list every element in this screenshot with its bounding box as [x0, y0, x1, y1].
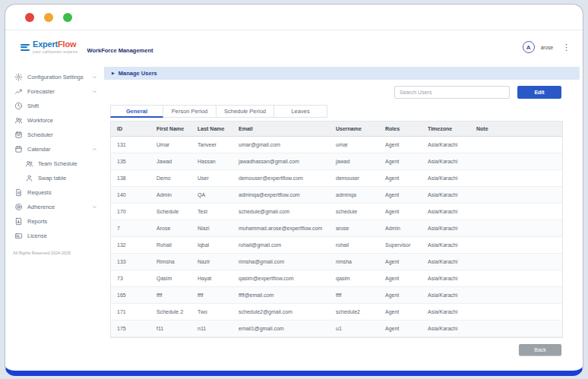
table-row[interactable]: 73QasimHayatqasim@expertflow.comqasimAge… [111, 270, 562, 287]
table-cell: Supervisor [379, 237, 422, 254]
window-titlebar [5, 5, 583, 30]
table-cell: Qasim [150, 270, 191, 287]
chevron-up-icon [91, 146, 98, 153]
chevron-down-icon [91, 88, 98, 95]
table-row[interactable]: 175f11n11email1@gmail.comu1AgentAsia/Kar… [111, 321, 562, 337]
table-cell: Agent [379, 204, 422, 220]
table-cell: adminqa@expertflow.com [232, 187, 330, 204]
sidebar-item-shift[interactable]: Shift [5, 99, 104, 113]
table-cell: schedule [330, 204, 379, 220]
table-cell: demouser@expertflow.com [232, 170, 330, 187]
table-cell: Schedule 2 [150, 304, 191, 321]
table-cell: Asia/Karachi [422, 304, 470, 321]
sidebar-item-configuration-settings[interactable]: Configuration Settings [5, 70, 104, 84]
table-cell: rimsha@gmail.com [232, 254, 330, 270]
tab-schedule-period[interactable]: Schedule Period [217, 105, 274, 118]
sidebar-item-calendar[interactable]: Calendar [5, 142, 104, 156]
table-cell: Nazir [191, 254, 232, 270]
table-cell: qasim@expertflow.com [232, 270, 330, 287]
minimize-window-button[interactable] [44, 13, 53, 22]
sidebar-item-swap-table[interactable]: Swap table [5, 171, 104, 185]
tab-leaves[interactable]: Leaves [274, 105, 327, 118]
table-row[interactable]: 131UmarTanveerumar@gmail.comumarAgentAsi… [111, 137, 562, 153]
table-cell: Asia/Karachi [422, 153, 470, 170]
sidebar-item-label: Team Schedule [38, 160, 98, 167]
table-cell: Asia/Karachi [422, 187, 470, 204]
column-header-id[interactable]: ID [111, 122, 150, 137]
app-window: ExpertFlow your callcenter experts WorkF… [5, 4, 583, 376]
table-cell: schedule2@gmail.com [232, 304, 330, 321]
sidebar-item-forecaster[interactable]: Forecaster [5, 84, 104, 99]
tab-bar: GeneralPerson PeriodSchedule PeriodLeave… [110, 105, 581, 118]
table-row[interactable]: 140AdminQAadminqa@expertflow.comadminqaA… [111, 187, 562, 204]
table-cell: QA [191, 187, 232, 204]
table-cell [470, 237, 562, 254]
table-cell: Umar [150, 137, 191, 153]
copyright-label: All Rights Reserved 2024-2025 [5, 251, 104, 255]
column-header-timezone[interactable]: Timezone [422, 122, 470, 137]
table-cell [470, 254, 562, 270]
caret-icon: ▶ [112, 71, 115, 75]
table-cell: ffff [150, 287, 191, 304]
back-button[interactable]: Back [519, 344, 561, 355]
table-cell: Test [191, 204, 232, 220]
table-row[interactable]: 165ffffffffffff@email.comffffAgentAsia/K… [111, 287, 562, 304]
table-cell: umar [330, 137, 379, 153]
table-row[interactable]: 7AroseNiazimuhammad.arose@expertflow.com… [111, 220, 562, 237]
table-cell: Agent [379, 153, 422, 170]
edit-button[interactable]: Edit [517, 86, 561, 99]
avatar[interactable]: A [523, 41, 535, 53]
users-table: IDFirst NameLast NameEmailUsernameRolesT… [110, 121, 563, 338]
column-header-last-name[interactable]: Last Name [191, 122, 232, 137]
sidebar-item-team-schedule[interactable]: Team Schedule [5, 156, 104, 171]
table-row[interactable]: 171Schedule 2Twoschedule2@gmail.comsched… [111, 304, 562, 321]
table-cell: adminqa [330, 187, 379, 204]
table-row[interactable]: 135JawadHassanjawadhassan@gmail.comjawad… [111, 153, 562, 170]
sidebar-nav: Configuration SettingsForecasterShiftWor… [5, 70, 104, 243]
table-cell [470, 321, 562, 337]
calendar-icon [14, 145, 23, 153]
column-header-roles[interactable]: Roles [379, 122, 422, 137]
gear-icon [14, 73, 23, 81]
tab-person-period[interactable]: Person Period [163, 105, 217, 118]
column-header-username[interactable]: Username [330, 122, 379, 137]
table-cell: umar@gmail.com [232, 137, 330, 153]
table-row[interactable]: 138DemoUserdemouser@expertflow.comdemous… [111, 170, 562, 187]
table-cell: Agent [379, 270, 422, 287]
table-cell: rimsha [330, 254, 379, 270]
table-cell: User [191, 170, 232, 187]
table-row[interactable]: 133RimshaNazirrimsha@gmail.comrimshaAgen… [111, 254, 562, 270]
table-cell: Rohail [150, 237, 191, 254]
sidebar-item-license[interactable]: License [5, 229, 104, 243]
sidebar-item-scheduler[interactable]: Scheduler [5, 128, 104, 142]
sidebar-item-adherence[interactable]: Adherence [5, 200, 104, 214]
table-header-row: IDFirst NameLast NameEmailUsernameRolesT… [111, 122, 562, 137]
table-cell: 175 [111, 321, 150, 337]
sidebar-item-label: Calendar [27, 146, 87, 153]
column-header-note[interactable]: Note [470, 122, 562, 137]
table-cell: qasim [330, 270, 379, 287]
scheduler-icon [14, 131, 23, 139]
tab-general[interactable]: General [110, 105, 163, 118]
table-cell: u1 [330, 321, 379, 337]
kebab-menu-icon[interactable]: ⋮ [562, 43, 571, 52]
table-cell: Iqbal [191, 237, 232, 254]
sidebar-item-label: Configuration Settings [27, 74, 87, 81]
table-cell [470, 287, 562, 304]
sidebar-item-label: Swap table [38, 175, 98, 182]
sidebar-item-reports[interactable]: Reports [5, 214, 104, 229]
close-window-button[interactable] [25, 13, 34, 22]
table-cell: arose [330, 220, 379, 237]
sidebar-item-requests[interactable]: Requests [5, 185, 104, 200]
table-row[interactable]: 170ScheduleTestschedule@gmail.comschedul… [111, 204, 562, 220]
table-cell: 171 [111, 304, 150, 321]
table-cell: 131 [111, 137, 150, 153]
table-cell: demouser [330, 170, 379, 187]
maximize-window-button[interactable] [63, 13, 72, 22]
table-cell [470, 187, 562, 204]
search-input[interactable] [394, 86, 510, 99]
column-header-first-name[interactable]: First Name [150, 122, 191, 137]
sidebar-item-workforce[interactable]: Workforce [5, 113, 104, 128]
column-header-email[interactable]: Email [232, 122, 330, 137]
table-row[interactable]: 132RohailIqbalrohail@gmail.comrohailSupe… [111, 237, 562, 254]
